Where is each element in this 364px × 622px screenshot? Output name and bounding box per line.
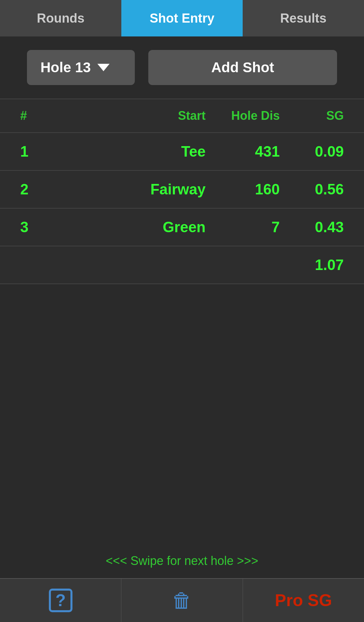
row-1-start: Tee [54,143,216,160]
controls-row: Hole 13 Add Shot [0,36,364,99]
swipe-hint: <<< Swipe for next hole >>> [0,544,364,578]
row-2-holedis: 160 [216,181,290,198]
row-2-num: 2 [20,181,54,198]
row-1-num: 1 [20,143,54,160]
row-3-sg: 0.43 [290,219,344,236]
total-row: 1.07 [0,246,364,284]
help-icon: ? [49,589,72,612]
table-row[interactable]: 1 Tee 431 0.09 [0,133,364,171]
trash-button[interactable]: 🗑 [121,579,243,622]
col-header-holedis: Hole Dis [216,109,290,123]
row-1-sg: 0.09 [290,143,344,160]
col-header-sg: SG [290,109,344,123]
empty-area [0,284,364,544]
shot-table: # Start Hole Dis SG 1 Tee 431 0.09 2 Fai… [0,99,364,284]
row-3-holedis: 7 [216,219,290,236]
pro-sg-label: Pro SG [275,591,332,610]
table-header: # Start Hole Dis SG [0,99,364,133]
page-container: Rounds Shot Entry Results Hole 13 Add Sh… [0,0,364,622]
tab-rounds[interactable]: Rounds [0,0,121,36]
help-button[interactable]: ? [0,579,121,622]
row-2-sg: 0.56 [290,181,344,198]
bottom-bar: ? 🗑 Pro SG [0,578,364,622]
pro-sg-button[interactable]: Pro SG [243,579,364,622]
row-1-holedis: 431 [216,143,290,160]
row-2-start: Fairway [54,181,216,198]
hole-selector[interactable]: Hole 13 [27,50,135,85]
add-shot-button[interactable]: Add Shot [148,50,337,85]
row-3-num: 3 [20,219,54,236]
chevron-down-icon [97,64,110,71]
table-row[interactable]: 2 Fairway 160 0.56 [0,171,364,209]
tab-results[interactable]: Results [243,0,364,36]
table-row[interactable]: 3 Green 7 0.43 [0,209,364,246]
tab-shot-entry[interactable]: Shot Entry [121,0,243,36]
trash-icon: 🗑 [172,589,192,612]
col-header-start: Start [54,109,216,123]
tab-bar: Rounds Shot Entry Results [0,0,364,36]
col-header-num: # [20,109,54,123]
total-sg-value: 1.07 [290,256,344,273]
row-3-start: Green [54,219,216,236]
